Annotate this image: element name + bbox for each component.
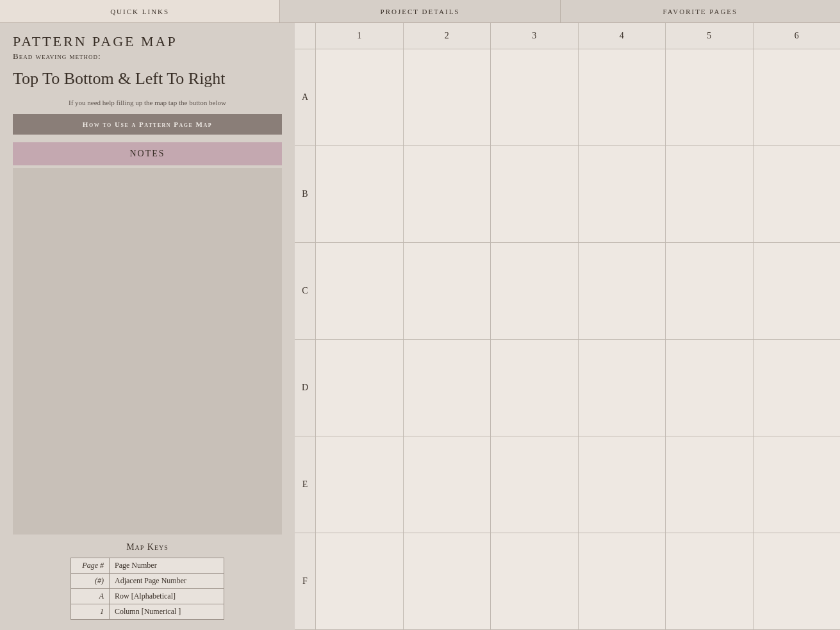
grid-cell-F6[interactable] [753, 533, 841, 629]
grid-cell-D3[interactable] [490, 340, 578, 436]
map-keys-title: Map Keys [13, 542, 282, 552]
column-header-3: 3 [490, 23, 578, 49]
grid-cell-D4[interactable] [578, 340, 666, 436]
row-label-B: B [295, 146, 315, 242]
page-title: PATTERN PAGE MAP [13, 33, 282, 50]
method-value: Top To Bottom & Left To Right [13, 68, 282, 90]
grid-cell-F2[interactable] [403, 533, 491, 629]
map-key-row: 1Column [Numerical ] [71, 604, 224, 620]
grid-cell-C4[interactable] [578, 243, 666, 339]
grid-cell-A3[interactable] [490, 49, 578, 145]
grid-cell-E4[interactable] [578, 436, 666, 533]
grid-cell-A2[interactable] [403, 49, 491, 145]
grid-row-A: A [295, 49, 840, 145]
map-keys-section: Map Keys Page #Page Number(#)Adjacent Pa… [13, 542, 282, 620]
nav-favorite-pages[interactable]: FAVORITE PAGES [561, 0, 840, 22]
grid-cell-E6[interactable] [753, 436, 841, 533]
grid-body: ABCDEF [295, 49, 840, 630]
row-label-D: D [295, 340, 315, 436]
map-key-symbol: A [71, 589, 110, 604]
grid-cell-E3[interactable] [490, 436, 578, 533]
row-label-A: A [295, 49, 315, 145]
top-navigation: QUICK LINKS PROJECT DETAILS FAVORITE PAG… [0, 0, 840, 23]
column-header-6: 6 [753, 23, 841, 49]
map-keys-table: Page #Page Number(#)Adjacent Page Number… [70, 558, 224, 620]
bead-method-label: Bead weaving method: [13, 51, 282, 62]
grid-cell-C2[interactable] [403, 243, 491, 339]
grid-cell-A4[interactable] [578, 49, 666, 145]
grid-cell-D1[interactable] [315, 340, 403, 436]
grid-row-B: B [295, 145, 840, 242]
grid-cell-B2[interactable] [403, 146, 491, 242]
row-label-C: C [295, 243, 315, 339]
row-label-F: F [295, 533, 315, 629]
grid-area: 123456 ABCDEF [295, 23, 840, 630]
grid-row-F: F [295, 533, 840, 630]
grid-cell-A1[interactable] [315, 49, 403, 145]
grid-cell-F4[interactable] [578, 533, 666, 629]
map-key-description: Row [Alphabetical] [110, 589, 224, 604]
map-key-symbol: (#) [71, 574, 110, 589]
map-key-description: Adjacent Page Number [110, 574, 224, 589]
grid-cell-E1[interactable] [315, 436, 403, 533]
grid-header: 123456 [295, 23, 840, 49]
grid-cell-A5[interactable] [665, 49, 753, 145]
grid-cell-A6[interactable] [753, 49, 841, 145]
notes-area[interactable] [13, 168, 282, 535]
grid-row-D: D [295, 339, 840, 436]
grid-cell-C5[interactable] [665, 243, 753, 339]
how-to-button[interactable]: How to Use a Pattern Page Map [13, 114, 282, 135]
header-spacer [295, 23, 315, 49]
grid-cell-B3[interactable] [490, 146, 578, 242]
grid-cell-F3[interactable] [490, 533, 578, 629]
map-key-row: Page #Page Number [71, 558, 224, 574]
grid-row-E: E [295, 436, 840, 533]
grid-cell-B6[interactable] [753, 146, 841, 242]
map-key-symbol: Page # [71, 558, 110, 574]
grid-cell-E5[interactable] [665, 436, 753, 533]
grid-cell-F1[interactable] [315, 533, 403, 629]
grid-row-C: C [295, 242, 840, 339]
grid-cell-D2[interactable] [403, 340, 491, 436]
nav-project-details[interactable]: PROJECT DETAILS [280, 0, 560, 22]
notes-button[interactable]: NOTES [13, 142, 282, 165]
column-headers: 123456 [315, 23, 840, 49]
grid-cell-F5[interactable] [665, 533, 753, 629]
row-label-E: E [295, 436, 315, 533]
grid-cell-D5[interactable] [665, 340, 753, 436]
grid-cell-B1[interactable] [315, 146, 403, 242]
grid-cell-C1[interactable] [315, 243, 403, 339]
map-key-description: Page Number [110, 558, 224, 574]
grid-cell-B5[interactable] [665, 146, 753, 242]
sidebar: PATTERN PAGE MAP Bead weaving method: To… [0, 23, 295, 630]
grid-cell-D6[interactable] [753, 340, 841, 436]
map-key-symbol: 1 [71, 604, 110, 620]
column-header-5: 5 [665, 23, 753, 49]
grid-cell-C6[interactable] [753, 243, 841, 339]
grid-cell-E2[interactable] [403, 436, 491, 533]
main-content: PATTERN PAGE MAP Bead weaving method: To… [0, 23, 840, 630]
column-header-2: 2 [403, 23, 491, 49]
column-header-1: 1 [315, 23, 403, 49]
map-key-row: ARow [Alphabetical] [71, 589, 224, 604]
map-key-description: Column [Numerical ] [110, 604, 224, 620]
map-key-row: (#)Adjacent Page Number [71, 574, 224, 589]
nav-quick-links[interactable]: QUICK LINKS [0, 0, 280, 22]
grid-cell-B4[interactable] [578, 146, 666, 242]
column-header-4: 4 [578, 23, 666, 49]
help-text: If you need help filling up the map tap … [13, 99, 282, 106]
grid-cell-C3[interactable] [490, 243, 578, 339]
